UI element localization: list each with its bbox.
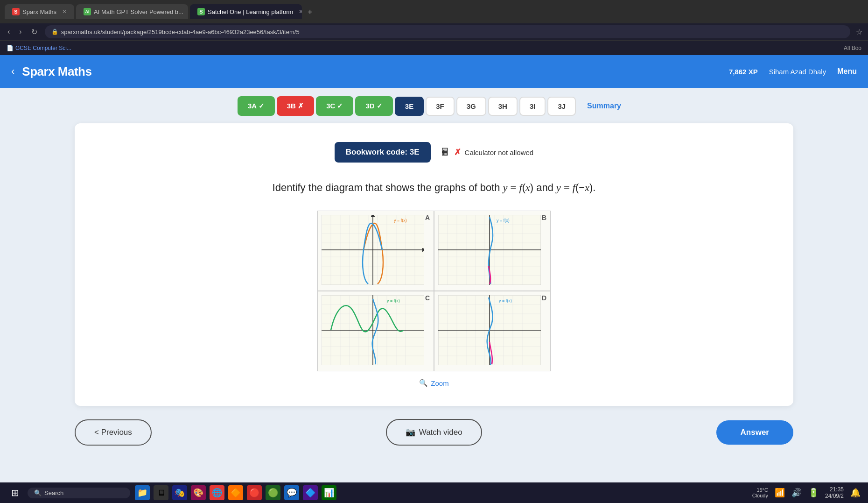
taskbar-right: 15°C Cloudy 📶 🔊 🔋 21:35 24/09/2 🔔 [752, 486, 861, 499]
svg-text:y = f(x): y = f(x) [387, 298, 400, 303]
clock: 21:35 [825, 486, 844, 493]
network-icon[interactable]: 📶 [775, 488, 785, 498]
tab-summary[interactable]: Summary [578, 97, 630, 115]
sparx-logo: Sparx Maths [22, 64, 91, 79]
taskbar-app-4[interactable]: 🔴 [247, 485, 262, 500]
url-box[interactable]: 🔒 sparxmaths.uk/student/package/2519bcde… [45, 25, 850, 38]
search-icon: 🔍 [34, 489, 42, 496]
zoom-row: 🔍 Zoom [93, 379, 775, 387]
answer-button[interactable]: Answer [716, 420, 793, 445]
sound-icon[interactable]: 🔊 [791, 488, 802, 498]
tab-3C[interactable]: 3C ✓ [316, 96, 353, 116]
tab-sparx[interactable]: S Sparx Maths ✕ [5, 4, 74, 19]
xp-display: 7,862 XP [729, 68, 758, 76]
video-icon: 📷 [406, 427, 415, 437]
option-A[interactable]: A [317, 211, 434, 291]
tab-icon-sparx: S [12, 8, 20, 15]
lock-icon: 🔒 [51, 28, 58, 35]
taskbar-app-5[interactable]: 🟢 [266, 485, 280, 500]
calculator-badge: 🖩 ✗ Calculator not allowed [440, 146, 534, 158]
answer-options-grid: A [317, 211, 551, 371]
tab-ai[interactable]: AI AI Math GPT Solver Powered b... ✕ [76, 4, 188, 19]
taskbar-app-chrome[interactable]: 🌐 [210, 485, 224, 500]
menu-button[interactable]: Menu [837, 67, 857, 76]
zoom-icon: 🔍 [419, 379, 428, 387]
previous-button[interactable]: < Previous [75, 419, 152, 446]
notification-icon[interactable]: 🔔 [850, 488, 861, 498]
close-icon-satchel[interactable]: ✕ [299, 8, 302, 15]
taskbar-app-terminal[interactable]: 🖥 [154, 485, 168, 500]
taskbar-app-2[interactable]: 🎨 [191, 485, 206, 500]
taskbar-app-teams[interactable]: 💬 [284, 485, 299, 500]
tab-icon-ai: AI [84, 8, 91, 15]
bookwork-row: Bookwork code: 3E 🖩 ✗ Calculator not all… [93, 142, 775, 163]
new-tab-button[interactable]: + [304, 6, 316, 19]
tab-3J[interactable]: 3J [547, 97, 576, 116]
taskbar: ⊞ 🔍 Search 📁 🖥 🎭 🎨 🌐 🔶 🔴 🟢 💬 🔷 📊 15°C Cl… [0, 482, 868, 503]
main-content-card: Bookwork code: 3E 🖩 ✗ Calculator not all… [75, 123, 793, 406]
watch-video-button[interactable]: 📷 Watch video [386, 419, 482, 446]
bookmark-right: All Boo [844, 45, 861, 51]
taskbar-app-3[interactable]: 🔶 [228, 485, 243, 500]
taskbar-left: ⊞ 🔍 Search 📁 🖥 🎭 🎨 🌐 🔶 🔴 🟢 💬 🔷 📊 [7, 485, 336, 500]
url-text: sparxmaths.uk/student/package/2519bcde-c… [61, 28, 300, 35]
taskbar-search-box[interactable]: 🔍 Search [28, 488, 130, 498]
address-bar: ‹ › ↻ 🔒 sparxmaths.uk/student/package/25… [0, 23, 868, 40]
graph-D: y = f(x) [438, 295, 541, 365]
taskbar-app-6[interactable]: 🔷 [303, 485, 318, 500]
tab-icon-satchel: S [197, 8, 205, 15]
username-display: Siham Azad Dhaly [769, 68, 826, 76]
option-C[interactable]: C [317, 291, 434, 371]
back-button[interactable]: ‹ [6, 26, 12, 38]
date-display: 24/09/2 [825, 493, 844, 499]
option-label-C: C [425, 294, 430, 302]
tab-3A[interactable]: 3A ✓ [238, 96, 275, 116]
bookwork-code: Bookwork code: 3E [335, 142, 431, 163]
tab-bar: S Sparx Maths ✕ AI AI Math GPT Solver Po… [5, 4, 863, 19]
bookmark-label: GCSE Computer Sci... [15, 45, 71, 51]
header-right: 7,862 XP Siham Azad Dhaly Menu [729, 67, 857, 76]
tab-label-sparx: Sparx Maths [22, 8, 56, 15]
calculator-label: Calculator not allowed [465, 149, 534, 156]
battery-icon[interactable]: 🔋 [808, 488, 819, 498]
tab-3D[interactable]: 3D ✓ [355, 96, 392, 116]
back-navigation-button[interactable]: ‹ [11, 65, 14, 78]
taskbar-app-files[interactable]: 📁 [135, 485, 150, 500]
taskbar-search-label: Search [44, 489, 63, 496]
sparx-header: ‹ Sparx Maths 7,862 XP Siham Azad Dhaly … [0, 55, 868, 88]
tab-3H[interactable]: 3H [488, 97, 518, 116]
calculator-x-icon: ✗ [454, 147, 461, 157]
browser-chrome: S Sparx Maths ✕ AI AI Math GPT Solver Po… [0, 0, 868, 23]
taskbar-app-1[interactable]: 🎭 [172, 485, 187, 500]
option-label-B: B [542, 214, 546, 221]
tab-3F[interactable]: 3F [426, 97, 455, 116]
graph-B: y = f(x) [438, 215, 541, 285]
bookmark-button[interactable]: ☆ [856, 28, 862, 36]
time-display: 21:35 24/09/2 [825, 486, 844, 499]
refresh-button[interactable]: ↻ [29, 26, 39, 38]
graph-A: y = f(x) [322, 215, 424, 285]
tab-satchel[interactable]: S Satchel One | Learning platform ✕ [190, 4, 302, 19]
tab-3B[interactable]: 3B ✗ [277, 96, 314, 116]
tab-3I[interactable]: 3I [519, 97, 546, 116]
forward-button[interactable]: › [17, 26, 23, 38]
tab-label-ai: AI Math GPT Solver Powered b... [94, 8, 183, 15]
option-B[interactable]: B [434, 211, 551, 291]
tab-3E[interactable]: 3E [395, 97, 424, 116]
task-tabs-row: 3A ✓ 3B ✗ 3C ✓ 3D ✓ 3E 3F 3G 3H 3I 3J Su… [0, 88, 868, 120]
bookmark-gcse[interactable]: 📄 GCSE Computer Sci... [7, 45, 71, 51]
option-D[interactable]: D [434, 291, 551, 371]
zoom-button[interactable]: 🔍 Zoom [419, 379, 448, 387]
option-label-D: D [542, 294, 546, 302]
watch-video-label: Watch video [419, 428, 462, 437]
close-icon[interactable]: ✕ [62, 8, 67, 15]
svg-text:y = f(x): y = f(x) [499, 298, 512, 303]
start-button[interactable]: ⊞ [7, 485, 23, 500]
tab-label-satchel: Satchel One | Learning platform [208, 8, 293, 15]
bookmarks-bar: 📄 GCSE Computer Sci... All Boo [0, 40, 868, 55]
question-text: Identify the diagram that shows the grap… [93, 179, 775, 196]
option-label-A: A [425, 214, 430, 221]
taskbar-app-7[interactable]: 📊 [322, 485, 336, 500]
weather-widget: 15°C Cloudy [752, 487, 768, 498]
tab-3G[interactable]: 3G [456, 97, 486, 116]
